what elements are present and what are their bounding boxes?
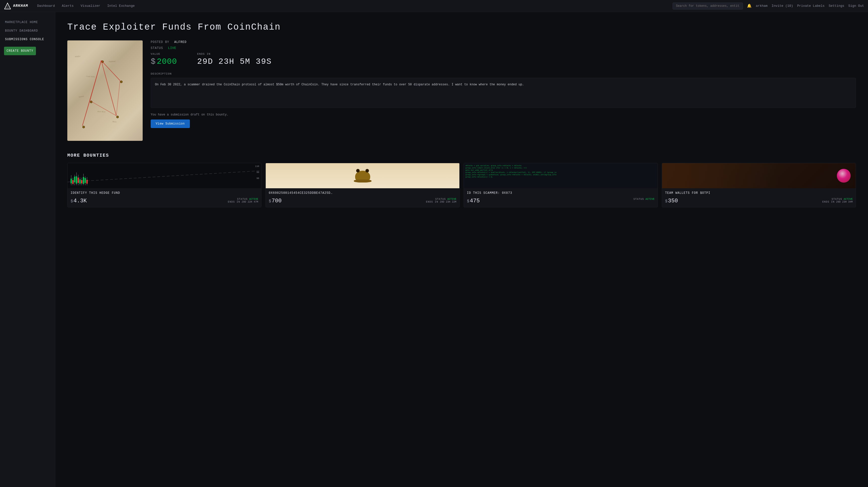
timer-value: 29D 23H 5M 39S <box>197 57 272 66</box>
bounty-detail: Wildfire Creek Valley Summit River Bend … <box>67 40 856 141</box>
svg-line-7 <box>116 80 120 116</box>
private-labels-link[interactable]: Private Labels <box>797 4 825 8</box>
bounty-image-inner: Wildfire Creek Valley Summit River Bend … <box>67 40 143 141</box>
main-content: Trace Exploiter Funds From CoinChain Wil… <box>55 12 868 487</box>
card-title-0: IDENTIFY THIS HEDGE FUND <box>70 191 258 195</box>
status-badge: LIVE <box>168 46 176 50</box>
nav-intel-exchange[interactable]: Intel Exchange <box>104 2 137 9</box>
logo[interactable]: ARKHAM <box>4 2 28 9</box>
card-footer-0: $4.3K STATUS ACTIVE ENDS IN 29D 22H 47M <box>70 198 258 204</box>
card-meta-0: STATUS ACTIVE ENDS IN 29D 22H 47M <box>228 198 258 203</box>
navbar: ARKHAM Dashboard Alerts Visualizer Intel… <box>0 0 868 12</box>
username[interactable]: arkham <box>756 4 768 8</box>
sidebar: MARKETPLACE HOME BOUNTY DASHBOARD SUBMIS… <box>0 12 55 487</box>
card-footer-1: $700 STATUS ACTIVE ENDS IN 29D 23H 22M <box>269 198 456 204</box>
card-meta-1: STATUS ACTIVE ENDS IN 29D 23H 22M <box>426 198 456 203</box>
card-body-0: IDENTIFY THIS HEDGE FUND $4.3K STATUS AC… <box>68 188 261 207</box>
card-image-1 <box>266 163 459 188</box>
card-title-2: ID THIS SCAMMER: 0X873 <box>467 191 654 195</box>
card-price-0: $4.3K <box>70 198 87 204</box>
value-dollar: $ <box>151 57 156 66</box>
value-label: VALUE <box>151 53 177 56</box>
submission-notice: You have a submission draft on this boun… <box>151 113 856 117</box>
card-title-3: TEAM WALLETS FOR $OTPI <box>665 191 853 195</box>
card-title-1: 0X6982508145454CE325DDBE47A25D… <box>269 191 456 195</box>
ends-block: ENDS IN 29D 23H 5M 39S <box>197 53 272 66</box>
more-bounties-title: MORE BOUNTIES <box>67 153 856 158</box>
invite-button[interactable]: Invite (10) <box>772 4 793 8</box>
card-meta-3: STATUS ACTIVE ENDS IN 29D 23H 34M <box>822 198 853 203</box>
bounty-cards: 110 99 98 <box>67 163 856 207</box>
view-submission-button[interactable]: View Submission <box>151 120 190 128</box>
svg-line-9 <box>68 171 261 182</box>
layout: MARKETPLACE HOME BOUNTY DASHBOARD SUBMIS… <box>0 12 868 487</box>
more-bounties-section: MORE BOUNTIES 110 99 98 <box>67 153 856 207</box>
value-amount: $2000 <box>151 57 177 66</box>
nav-right: 🔔 arkham Invite (10) Private Labels Sett… <box>747 3 864 8</box>
description-label: DESCRIPTION <box>151 72 856 75</box>
card-price-1: $700 <box>269 198 282 204</box>
description-text: On Feb 30 2022, a scammer drained the Co… <box>155 83 524 86</box>
card-body-1: 0X6982508145454CE325DDBE47A25D… $700 STA… <box>266 188 459 207</box>
value-number: 2000 <box>157 57 177 66</box>
bell-icon[interactable]: 🔔 <box>747 3 752 8</box>
sidebar-item-bounty-dashboard[interactable]: BOUNTY DASHBOARD <box>0 27 55 35</box>
card-image-0: 110 99 98 <box>68 163 261 188</box>
description-box: On Feb 30 2022, a scammer drained the Co… <box>151 78 856 108</box>
search-input[interactable] <box>673 2 743 9</box>
card-footer-3: $350 STATUS ACTIVE ENDS IN 29D 23H 34M <box>665 198 853 204</box>
posted-by-row: POSTED BY ALFRED <box>151 40 856 44</box>
value-section: VALUE $2000 ENDS IN 29D 23H 5M 39S <box>151 53 856 66</box>
nav-dashboard[interactable]: Dashboard <box>34 2 58 9</box>
value-block: VALUE $2000 <box>151 53 177 66</box>
bounty-info: POSTED BY ALFRED STATUS LIVE VALUE $2000 <box>151 40 856 141</box>
card-price-2: $475 <box>467 198 480 204</box>
svg-line-8 <box>82 101 90 126</box>
bounty-card-2[interactable]: nblocks = gid_serialze; group_info->nblo… <box>464 163 658 207</box>
svg-marker-1 <box>5 4 9 8</box>
card-meta-2: STATUS ACTIVE <box>633 198 654 201</box>
svg-line-6 <box>90 101 116 116</box>
bounty-card-1[interactable]: 0X6982508145454CE325DDBE47A25D… $700 STA… <box>266 163 460 207</box>
card-image-2: nblocks = gid_serialze; group_info->nblo… <box>464 163 657 188</box>
bounty-card-3[interactable]: TEAM WALLETS FOR $OTPI $350 STATUS ACTIV… <box>662 163 856 207</box>
sign-out-button[interactable]: Sign Out <box>848 4 864 8</box>
create-bounty-button[interactable]: CREATE BOUNTY <box>4 47 36 55</box>
card-body-3: TEAM WALLETS FOR $OTPI $350 STATUS ACTIV… <box>662 188 856 207</box>
ends-label: ENDS IN <box>197 53 272 56</box>
nav-visualizer[interactable]: Visualizer <box>78 2 103 9</box>
sidebar-item-submissions-console[interactable]: SUBMISSIONS CONSOLE <box>0 35 55 44</box>
posted-by-label: POSTED BY <box>151 40 169 44</box>
logo-text: ARKHAM <box>13 4 28 8</box>
sidebar-item-marketplace[interactable]: MARKETPLACE HOME <box>0 18 55 27</box>
page-title: Trace Exploiter Funds From CoinChain <box>67 22 856 32</box>
card-price-3: $350 <box>665 198 678 204</box>
status-label: STATUS <box>151 46 163 50</box>
posted-by-value: ALFRED <box>174 40 187 44</box>
card-body-2: ID THIS SCAMMER: 0X873 $475 STATUS ACTIV… <box>464 188 657 207</box>
bounty-card-0[interactable]: 110 99 98 <box>67 163 261 207</box>
bounty-image: Wildfire Creek Valley Summit River Bend … <box>67 40 143 141</box>
settings-link[interactable]: Settings <box>829 4 844 8</box>
status-row: STATUS LIVE <box>151 46 856 50</box>
card-image-3 <box>662 163 856 188</box>
nav-links: Dashboard Alerts Visualizer Intel Exchan… <box>34 2 673 9</box>
card-footer-2: $475 STATUS ACTIVE <box>467 198 654 204</box>
nav-alerts[interactable]: Alerts <box>59 2 76 9</box>
